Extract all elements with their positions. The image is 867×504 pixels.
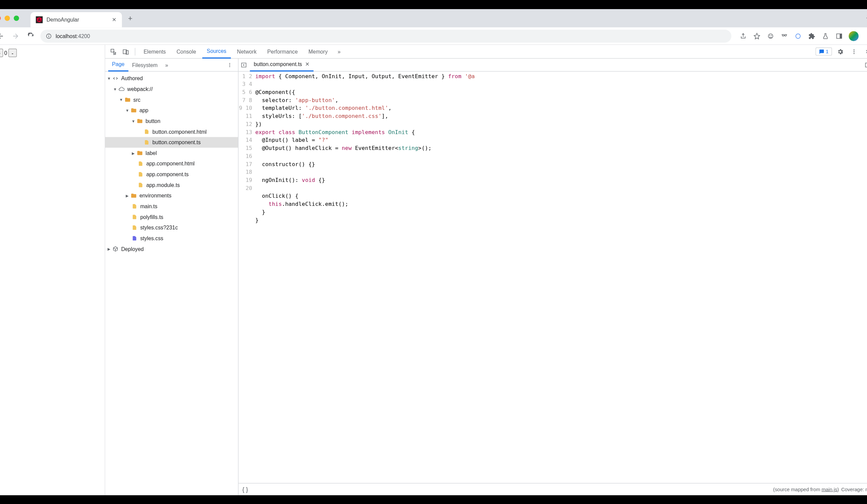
tree-label-folder[interactable]: ▶ label: [105, 147, 238, 158]
tree-label: button: [146, 118, 160, 124]
tree-button-html[interactable]: button.component.html: [105, 126, 238, 137]
tab-elements[interactable]: Elements: [139, 45, 171, 58]
extension-icon-2[interactable]: [780, 32, 789, 40]
sources-navigator: Page Filesystem » ▼ Authored ▼: [105, 58, 239, 495]
inspect-element-icon[interactable]: [108, 46, 119, 57]
tree-app[interactable]: ▼ app: [105, 105, 238, 116]
device-toolbar-icon[interactable]: [120, 46, 131, 57]
nav-more-tabs-icon[interactable]: »: [161, 58, 172, 71]
nav-menu-icon[interactable]: [225, 59, 235, 70]
toggle-navigator-icon[interactable]: [241, 62, 250, 68]
tree-label: button.component.html: [152, 128, 207, 134]
editor-tab-active[interactable]: button.component.ts ✕: [250, 58, 313, 71]
close-editor-tab-icon[interactable]: ✕: [305, 61, 310, 67]
tree-styles-q[interactable]: styles.css?231c: [105, 222, 238, 233]
new-tab-button[interactable]: +: [128, 14, 132, 23]
counter-value: 0: [4, 50, 8, 56]
line-gutter: 1 2 3 4 5 6 7 8 9 10 11 12 13 14 15 16 1…: [238, 72, 255, 483]
issues-count: 1: [826, 48, 828, 54]
extension-icon-3[interactable]: [794, 32, 802, 40]
decrement-button[interactable]: -: [8, 48, 17, 57]
tab-performance[interactable]: Performance: [263, 45, 302, 58]
code-content[interactable]: import { Component, OnInit, Input, Outpu…: [255, 72, 867, 483]
maximize-window-button[interactable]: [14, 15, 19, 21]
extension-icon-1[interactable]: [767, 32, 775, 40]
nav-tab-page[interactable]: Page: [108, 58, 128, 71]
tab-console[interactable]: Console: [172, 45, 201, 58]
back-button[interactable]: [0, 30, 6, 42]
tree-deployed[interactable]: ▶ Deployed: [105, 244, 238, 254]
devtools-menu-icon[interactable]: [849, 46, 859, 57]
source-map-link[interactable]: main.js: [822, 486, 837, 492]
counter-widget: + 0 -: [0, 48, 101, 57]
tree-label: polyfills.ts: [140, 213, 163, 220]
browser-tab-bar: DemoAngular ✕ +: [0, 9, 867, 27]
svg-rect-23: [865, 63, 867, 67]
nav-tab-filesystem[interactable]: Filesystem: [128, 58, 161, 71]
bookmark-star-icon[interactable]: [753, 32, 761, 40]
code-editor[interactable]: 1 2 3 4 5 6 7 8 9 10 11 12 13 14 15 16 1…: [238, 72, 867, 483]
cube-icon: [112, 245, 119, 252]
close-tab-icon[interactable]: ✕: [112, 17, 117, 23]
svg-rect-2: [49, 34, 49, 35]
tree-label: webpack://: [127, 86, 153, 92]
forward-button[interactable]: [10, 30, 21, 42]
source-mapped-label: (source mapped from main.js): [773, 486, 839, 492]
profile-avatar[interactable]: [849, 31, 859, 41]
tab-network[interactable]: Network: [232, 45, 261, 58]
tabs-dropdown-icon[interactable]: [865, 15, 867, 21]
tree-label: button.component.ts: [152, 139, 201, 145]
tree-styles[interactable]: styles.css: [105, 233, 238, 244]
window-controls: [0, 15, 19, 21]
content-row: + 0 - Elements Console Sources Network P…: [0, 45, 867, 495]
svg-point-19: [229, 63, 230, 64]
file-tree[interactable]: ▼ Authored ▼ webpack:// ▼ src: [105, 72, 238, 495]
devtools-tabs: Elements Console Sources Network Perform…: [105, 45, 867, 59]
issues-badge[interactable]: 1: [815, 47, 832, 56]
page-viewport: + 0 -: [0, 45, 105, 495]
file-icon: [131, 213, 138, 220]
svg-point-5: [771, 35, 772, 36]
reload-button[interactable]: [25, 30, 37, 42]
tree-label: label: [146, 150, 157, 156]
tree-main[interactable]: main.ts: [105, 201, 238, 211]
tree-authored[interactable]: ▼ Authored: [105, 73, 238, 84]
tab-title: DemoAngular: [46, 17, 108, 23]
minimize-window-button[interactable]: [5, 15, 10, 21]
labs-flask-icon[interactable]: [821, 32, 829, 40]
extensions-puzzle-icon[interactable]: [808, 32, 816, 40]
tree-webpack[interactable]: ▼ webpack://: [105, 84, 238, 94]
tree-polyfills[interactable]: polyfills.ts: [105, 211, 238, 222]
address-bar: localhost:4200: [0, 27, 867, 45]
settings-gear-icon[interactable]: [835, 46, 846, 57]
tab-memory[interactable]: Memory: [304, 45, 332, 58]
omnibox[interactable]: localhost:4200: [41, 29, 731, 42]
file-icon: [131, 203, 138, 210]
file-icon: [137, 160, 144, 167]
tree-app-html[interactable]: app.component.html: [105, 158, 238, 169]
devtools-panel: Elements Console Sources Network Perform…: [105, 45, 867, 495]
file-icon: [143, 139, 150, 145]
side-panel-icon[interactable]: [835, 32, 843, 40]
tree-environments[interactable]: ▶ environments: [105, 190, 238, 201]
browser-tab[interactable]: DemoAngular ✕: [30, 12, 122, 27]
chrome-menu-icon[interactable]: [864, 32, 867, 40]
svg-point-6: [782, 34, 784, 36]
sources-panel: Page Filesystem » ▼ Authored ▼: [105, 58, 867, 495]
close-window-button[interactable]: [0, 15, 1, 21]
site-info-icon[interactable]: [46, 33, 52, 39]
increment-button[interactable]: +: [0, 48, 3, 57]
tree-app-ts[interactable]: app.component.ts: [105, 169, 238, 179]
tree-button-folder[interactable]: ▼ button: [105, 116, 238, 126]
pretty-print-icon[interactable]: { }: [242, 486, 248, 493]
tree-app-module[interactable]: app.module.ts: [105, 179, 238, 190]
tree-button-ts[interactable]: button.component.ts: [105, 137, 238, 147]
toggle-debugger-icon[interactable]: [865, 62, 867, 68]
more-tabs-icon[interactable]: »: [334, 46, 344, 57]
tree-src[interactable]: ▼ src: [105, 94, 238, 105]
file-icon: [131, 224, 138, 231]
share-icon[interactable]: [739, 32, 747, 40]
tab-sources[interactable]: Sources: [202, 45, 231, 58]
close-devtools-icon[interactable]: ✕: [862, 46, 867, 57]
svg-rect-1: [49, 35, 49, 37]
